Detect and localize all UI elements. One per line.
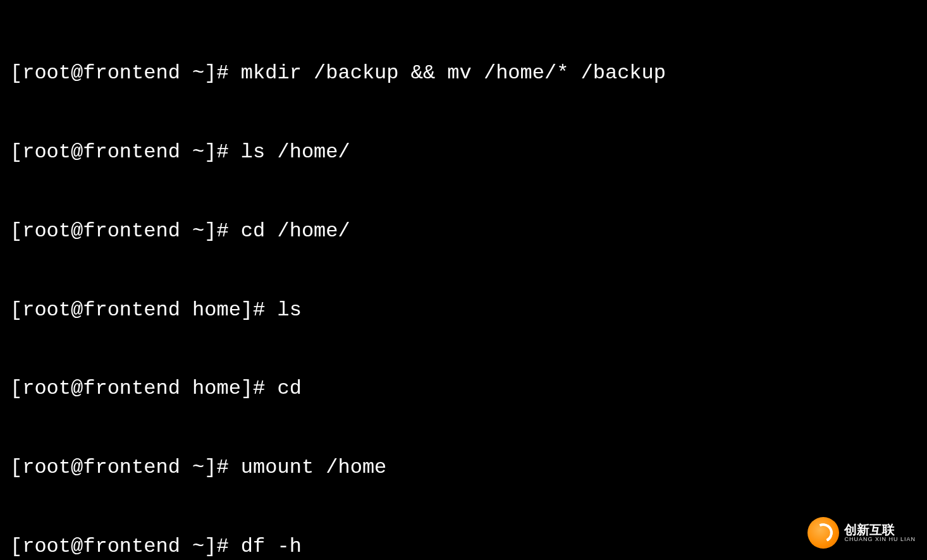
shell-command: ls /home/ bbox=[241, 140, 350, 164]
shell-prompt: [root@frontend ~]# bbox=[10, 140, 241, 164]
shell-command: umount /home bbox=[241, 456, 386, 479]
cmd-line: [root@frontend ~]# df -h bbox=[10, 533, 917, 560]
shell-prompt: [root@frontend ~]# bbox=[10, 219, 241, 243]
watermark-text: 创新互联 CHUANG XIN HU LIAN bbox=[844, 523, 916, 543]
cmd-line: [root@frontend ~]# umount /home bbox=[10, 454, 917, 481]
watermark-cn: 创新互联 bbox=[844, 523, 916, 537]
cmd-line: [root@frontend ~]# mkdir /backup && mv /… bbox=[10, 60, 917, 87]
shell-command: df -h bbox=[241, 535, 302, 558]
watermark-en: CHUANG XIN HU LIAN bbox=[844, 537, 916, 543]
cmd-line: [root@frontend home]# cd bbox=[10, 375, 917, 402]
watermark-logo-icon bbox=[807, 517, 839, 549]
shell-command: mkdir /backup && mv /home/* /backup bbox=[241, 61, 666, 85]
shell-prompt: [root@frontend home]# bbox=[10, 298, 277, 322]
cmd-line: [root@frontend home]# ls bbox=[10, 297, 917, 324]
shell-command: ls bbox=[277, 298, 301, 322]
cmd-line: [root@frontend ~]# cd /home/ bbox=[10, 218, 917, 245]
cmd-line: [root@frontend ~]# ls /home/ bbox=[10, 139, 917, 166]
shell-prompt: [root@frontend ~]# bbox=[10, 61, 241, 85]
shell-prompt: [root@frontend home]# bbox=[10, 377, 277, 400]
shell-command: cd bbox=[277, 377, 301, 400]
shell-prompt: [root@frontend ~]# bbox=[10, 456, 241, 479]
shell-prompt: [root@frontend ~]# bbox=[10, 535, 241, 558]
watermark: 创新互联 CHUANG XIN HU LIAN bbox=[807, 517, 916, 549]
terminal[interactable]: [root@frontend ~]# mkdir /backup && mv /… bbox=[0, 0, 927, 560]
shell-command: cd /home/ bbox=[241, 219, 350, 243]
